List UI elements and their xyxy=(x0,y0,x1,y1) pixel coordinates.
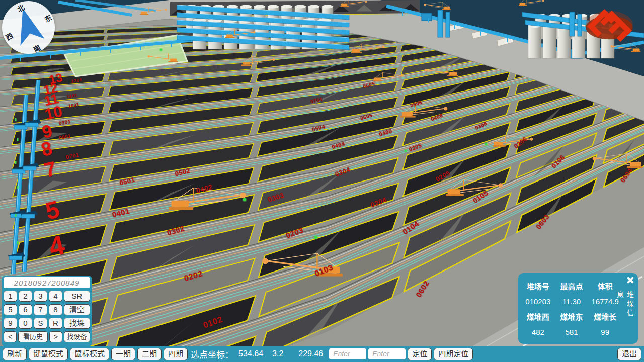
info-val: 581 xyxy=(555,328,589,336)
info-hdr: 堆场号 xyxy=(521,281,555,291)
toolbar-button-四期[interactable]: 四期 xyxy=(164,348,188,360)
toolbar-button-键鼠模式[interactable]: 键鼠模式 xyxy=(29,348,68,360)
keypad-button-清空[interactable]: 清空 xyxy=(64,304,90,315)
keypad-button-8[interactable]: 8 xyxy=(49,304,62,315)
exit-button[interactable]: 退出 xyxy=(617,348,641,360)
info-hdr: 最高点 xyxy=(555,281,589,291)
company-logo-icon xyxy=(585,5,634,45)
coord-y-value: 3.2 xyxy=(272,349,283,358)
keypad-button-3[interactable]: 3 xyxy=(34,291,47,302)
keypad-button-R[interactable]: R xyxy=(49,318,62,329)
toolbar-button-鼠标模式[interactable]: 鼠标模式 xyxy=(70,348,109,360)
pile-info-grid: 堆场号最高点体积01020311.3016774.9煤堆西煤堆东煤堆长48258… xyxy=(521,278,622,340)
app-window: { "compass": {"north":"北","east":"东","so… xyxy=(0,0,644,362)
info-hdr: 体积 xyxy=(588,281,622,291)
keypad-button-1[interactable]: 1 xyxy=(4,291,17,302)
keypad-button-<[interactable]: < xyxy=(4,331,17,342)
pile-info-panel: 堆场号最高点体积01020311.3016774.9煤堆西煤堆东煤堆长48258… xyxy=(518,273,638,344)
info-val: 11.30 xyxy=(555,297,589,306)
coord-label: 选点坐标： xyxy=(191,348,233,360)
info-val: 010203 xyxy=(521,297,555,306)
keypad-panel: 1234SR5678清空90SR找垛<看历史>找设备 xyxy=(2,276,92,346)
close-icon[interactable] xyxy=(625,276,634,285)
coord-input-2[interactable] xyxy=(368,348,406,359)
keypad-button-SR[interactable]: SR xyxy=(64,291,90,302)
compass-arrow-icon xyxy=(2,1,55,54)
keypad-button-看历史[interactable]: 看历史 xyxy=(18,331,47,342)
toolbar-button-定位[interactable]: 定位 xyxy=(408,348,432,360)
coord-z-value: 229.46 xyxy=(298,349,323,358)
keypad-button-7[interactable]: 7 xyxy=(34,304,47,315)
keypad-button->[interactable]: > xyxy=(49,331,62,342)
toolbar-left-buttons: 刷新键鼠模式鼠标模式一期二期四期 xyxy=(3,348,188,360)
keypad-button-S[interactable]: S xyxy=(34,318,47,329)
keypad-buttons: 1234SR5678清空90SR找垛<看历史>找设备 xyxy=(4,291,90,342)
keypad-button-找设备[interactable]: 找设备 xyxy=(64,331,90,342)
keypad-button-4[interactable]: 4 xyxy=(49,291,62,302)
compass: 北 东 南 西 xyxy=(2,1,55,54)
keypad-button-5[interactable]: 5 xyxy=(4,304,17,315)
toolbar-button-二期[interactable]: 二期 xyxy=(137,348,162,360)
keypad-button-0[interactable]: 0 xyxy=(19,318,32,329)
keypad-button-2[interactable]: 2 xyxy=(19,291,32,302)
company-logo xyxy=(585,5,634,45)
coord-x-value: 534.64 xyxy=(238,349,263,358)
toolbar-button-刷新[interactable]: 刷新 xyxy=(3,348,27,360)
keypad-button-6[interactable]: 6 xyxy=(19,304,32,315)
keypad-display-input[interactable] xyxy=(4,277,90,288)
info-val: 99 xyxy=(588,328,622,336)
toolbar-button-四期定位[interactable]: 四期定位 xyxy=(434,348,473,360)
info-hdr: 煤堆东 xyxy=(555,311,589,322)
info-val: 482 xyxy=(521,328,555,336)
coord-input-1[interactable] xyxy=(329,348,366,359)
pile-info-side-label: 堆垛信息 xyxy=(615,291,635,326)
info-hdr: 煤堆西 xyxy=(521,311,555,322)
bottom-toolbar: 刷新键鼠模式鼠标模式一期二期四期 选点坐标： 534.64 3.2 229.46… xyxy=(0,346,644,362)
toolbar-right-buttons: 定位四期定位 xyxy=(408,348,473,360)
keypad-button-9[interactable]: 9 xyxy=(4,318,17,329)
toolbar-button-一期[interactable]: 一期 xyxy=(111,348,135,360)
keypad-button-找垛[interactable]: 找垛 xyxy=(64,318,90,329)
